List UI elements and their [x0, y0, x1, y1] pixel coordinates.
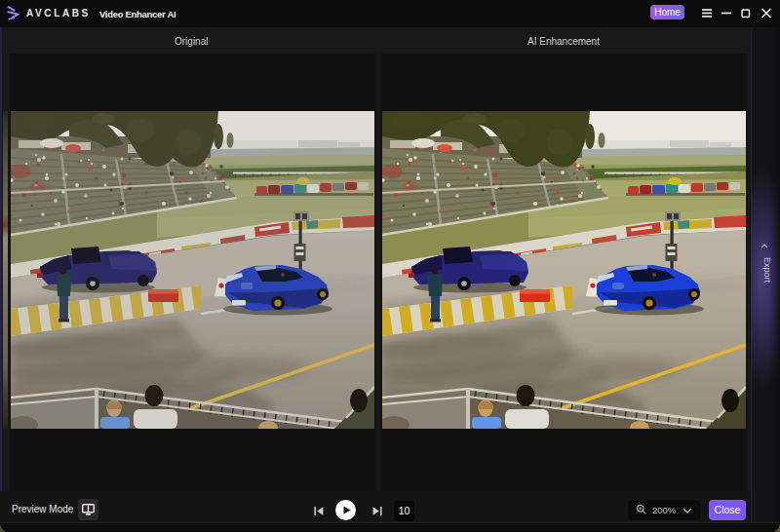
- svg-text:Export: Export: [762, 257, 772, 284]
